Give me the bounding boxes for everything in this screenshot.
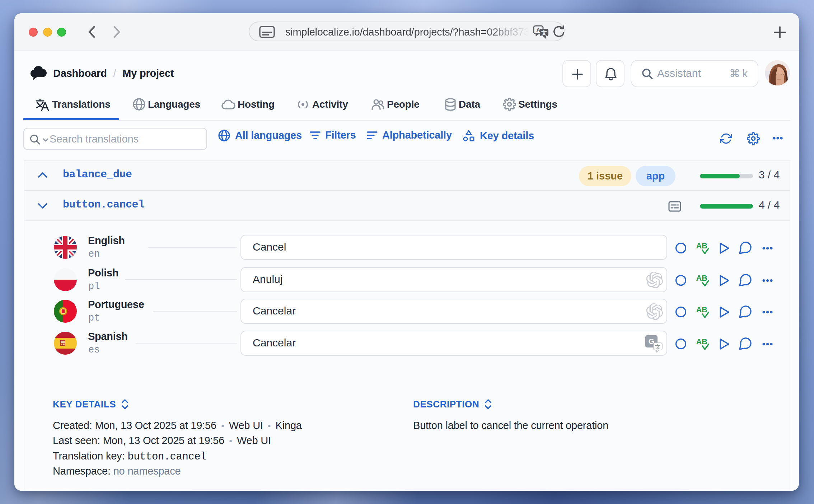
svg-text:AB: AB (696, 274, 707, 283)
svg-text:文: 文 (655, 344, 661, 350)
svg-text:AB: AB (696, 337, 707, 346)
svg-text:文: 文 (541, 29, 547, 36)
svg-text:AB: AB (696, 305, 707, 314)
svg-text:AB: AB (696, 241, 707, 250)
